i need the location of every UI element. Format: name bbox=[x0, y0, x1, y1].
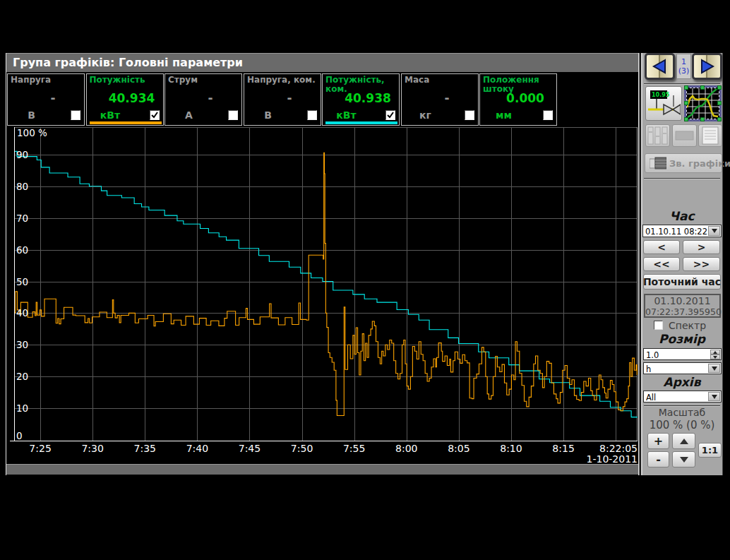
channel-value: 40.938 bbox=[340, 91, 396, 105]
panel-view-button[interactable] bbox=[672, 124, 697, 147]
page-indicator: 1(3) bbox=[676, 54, 691, 79]
panel-right-border bbox=[722, 53, 723, 475]
spectrum-checkbox[interactable] bbox=[654, 321, 663, 330]
channel-label: Напруга bbox=[11, 76, 83, 85]
channel-checkbox[interactable] bbox=[228, 110, 238, 120]
series-cyan bbox=[14, 151, 639, 417]
archive-section-header: Архів bbox=[642, 375, 722, 389]
channel-label: Струм bbox=[168, 76, 240, 85]
svg-text:70: 70 bbox=[16, 213, 28, 224]
svg-text:40: 40 bbox=[16, 307, 28, 318]
separator bbox=[644, 83, 720, 85]
channel-unit: кВт bbox=[323, 109, 370, 121]
svg-text:7:35: 7:35 bbox=[134, 443, 156, 454]
valve-icon: 10.95 bbox=[647, 88, 681, 119]
scale-value: 100 % (0 %) bbox=[642, 419, 722, 431]
pan-down-button[interactable] bbox=[672, 451, 695, 467]
size-spinbox[interactable]: 1.0 bbox=[643, 348, 722, 360]
charts-button[interactable] bbox=[684, 85, 722, 121]
svg-text:8:10: 8:10 bbox=[500, 443, 522, 454]
table-icon bbox=[650, 157, 666, 169]
svg-text:7:55: 7:55 bbox=[343, 443, 365, 454]
report-view-button[interactable] bbox=[698, 124, 722, 147]
panel-view-icon bbox=[674, 126, 695, 145]
mnemoscheme-button[interactable]: 10.95 bbox=[645, 86, 682, 121]
channel-box-2: Потужність40.934кВт bbox=[86, 73, 164, 126]
size-section-header: Розмір bbox=[642, 332, 722, 346]
channel-value: - bbox=[261, 91, 318, 105]
channel-checkbox[interactable] bbox=[385, 110, 395, 120]
channel-value: 40.934 bbox=[104, 91, 160, 105]
svg-text:7:25: 7:25 bbox=[29, 443, 51, 454]
right-arrow-icon bbox=[694, 55, 720, 78]
svg-text:60: 60 bbox=[16, 244, 28, 256]
channel-unit: А bbox=[165, 109, 213, 121]
svg-text:90: 90 bbox=[16, 149, 28, 160]
one-to-one-button[interactable]: 1:1 bbox=[698, 443, 722, 458]
spectrum-label: Спектр bbox=[669, 320, 706, 331]
channel-value: 0.000 bbox=[497, 91, 554, 105]
svg-text:8:22:05: 8:22:05 bbox=[599, 443, 638, 454]
channel-unit: В bbox=[8, 109, 55, 121]
channel-trace-underline bbox=[90, 121, 162, 124]
archive-combobox[interactable]: All bbox=[643, 391, 722, 403]
spin-down-icon[interactable] bbox=[710, 355, 720, 359]
zoom-out-button[interactable]: - bbox=[647, 451, 669, 467]
up-arrow-icon bbox=[680, 439, 688, 444]
datetime-combobox[interactable]: 01.10.11 08:22:05 bbox=[642, 225, 722, 237]
svg-text:7:40: 7:40 bbox=[186, 443, 208, 454]
channel-box-6: Маса-кг bbox=[401, 73, 479, 126]
time-step-back-button[interactable]: < bbox=[643, 240, 680, 254]
current-time-button[interactable]: Поточний час bbox=[643, 274, 721, 290]
svg-text:20: 20 bbox=[16, 371, 28, 382]
svg-text:50: 50 bbox=[16, 276, 28, 287]
pan-up-button[interactable] bbox=[672, 433, 695, 449]
time-page-forward-button[interactable]: >> bbox=[683, 257, 720, 271]
channel-box-3: Струм-А bbox=[164, 73, 242, 126]
channel-checkbox[interactable] bbox=[307, 110, 317, 120]
next-page-button[interactable] bbox=[692, 53, 722, 80]
chart-icon bbox=[687, 88, 719, 119]
channel-box-7: Положення штоку0.000мм bbox=[479, 73, 557, 126]
channel-checkbox[interactable] bbox=[71, 110, 80, 120]
faders-view-button[interactable] bbox=[645, 124, 670, 147]
channel-trace-underline bbox=[325, 121, 397, 124]
channel-unit: В bbox=[244, 109, 292, 121]
svg-text:30: 30 bbox=[16, 339, 28, 350]
chart-svg: 100 %90807060504030201007:257:307:357:40… bbox=[6, 126, 639, 464]
spin-up-icon[interactable] bbox=[710, 350, 720, 355]
zoom-in-button[interactable]: + bbox=[647, 433, 669, 449]
svg-text:7:50: 7:50 bbox=[291, 443, 313, 454]
down-arrow-icon bbox=[680, 457, 688, 463]
channel-unit: кг bbox=[402, 109, 449, 121]
y-axis-labels: 100 %9080706050403020100 bbox=[16, 127, 47, 441]
svg-text:1-10-2011: 1-10-2011 bbox=[587, 453, 638, 464]
time-step-forward-button[interactable]: > bbox=[683, 240, 720, 254]
channel-label: Напруга, ком. bbox=[247, 76, 319, 85]
svg-text:8:15: 8:15 bbox=[552, 443, 574, 454]
size-unit-combobox[interactable]: h bbox=[643, 362, 722, 374]
channel-value: - bbox=[419, 91, 475, 105]
window-bottom-border bbox=[6, 464, 639, 475]
svg-text:0: 0 bbox=[16, 430, 23, 441]
faders-icon bbox=[647, 126, 668, 145]
prev-page-button[interactable] bbox=[645, 53, 675, 80]
channel-checkbox[interactable] bbox=[465, 110, 474, 120]
dropdown-arrow-icon[interactable] bbox=[708, 392, 720, 401]
svg-text:80: 80 bbox=[16, 181, 28, 192]
channel-unit: мм bbox=[480, 109, 527, 121]
svg-text:8:00: 8:00 bbox=[395, 443, 417, 454]
zv-graphs-button[interactable]: Зв. графіки bbox=[645, 153, 722, 173]
svg-text:10.95: 10.95 bbox=[652, 92, 670, 98]
channel-checkbox[interactable] bbox=[543, 110, 553, 120]
time-section-header: Час bbox=[642, 209, 722, 223]
svg-text:100 %: 100 % bbox=[17, 127, 47, 138]
chart-region[interactable]: 100 %90807060504030201007:257:307:357:40… bbox=[6, 126, 639, 464]
dropdown-arrow-icon[interactable] bbox=[708, 226, 720, 236]
svg-text:8:05: 8:05 bbox=[448, 443, 469, 454]
channel-value: - bbox=[25, 91, 81, 105]
channel-header-row: Напруга-ВПотужність40.934кВтСтрум-АНапру… bbox=[6, 72, 639, 126]
channel-checkbox[interactable] bbox=[150, 110, 160, 120]
time-page-back-button[interactable]: << bbox=[643, 257, 680, 271]
dropdown-arrow-icon[interactable] bbox=[708, 364, 720, 373]
